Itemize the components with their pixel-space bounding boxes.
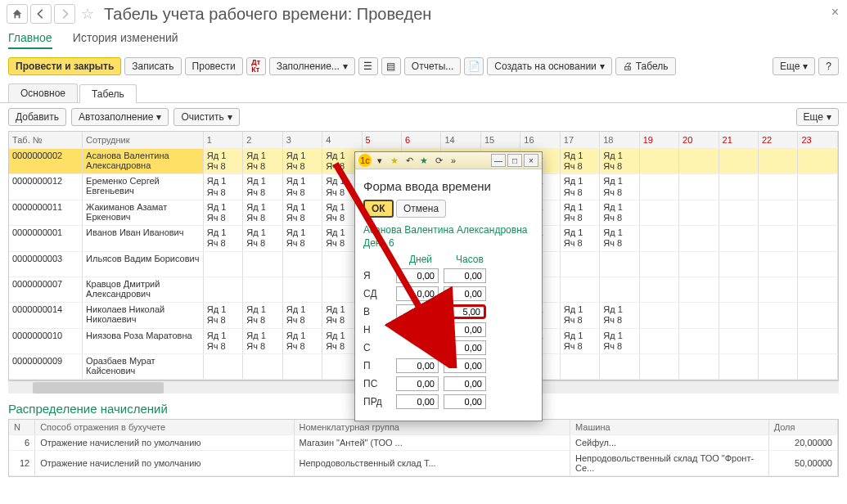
- hours-input[interactable]: [444, 340, 486, 355]
- cell-day[interactable]: Яд 1Яч 8: [600, 149, 639, 174]
- cell-day[interactable]: [758, 354, 797, 380]
- cell-day[interactable]: [243, 354, 282, 380]
- cell-day[interactable]: [679, 226, 719, 251]
- column-header[interactable]: 16: [520, 132, 560, 149]
- tab-main[interactable]: Главное: [8, 31, 52, 49]
- column-header[interactable]: 1: [203, 132, 242, 149]
- cell-day[interactable]: [758, 200, 797, 225]
- hours-input[interactable]: [444, 376, 486, 391]
- column-header[interactable]: Способ отражения в бухучете: [35, 420, 294, 435]
- cell-employee[interactable]: Кравцов Дмитрий Александрович: [83, 277, 204, 302]
- cell[interactable]: Сейфул...: [570, 435, 769, 451]
- days-input[interactable]: [396, 376, 439, 391]
- tabel-print-button[interactable]: 🖨 Табель: [615, 57, 676, 75]
- cell-day[interactable]: [560, 277, 599, 302]
- cell-day[interactable]: [758, 226, 797, 251]
- cell-day[interactable]: Яд 1Яч 8: [243, 200, 282, 225]
- subtab-tabel[interactable]: Табель: [79, 84, 137, 103]
- cell-employee[interactable]: Жакиманов Азамат Еркенович: [83, 200, 204, 225]
- column-header[interactable]: 19: [639, 132, 678, 149]
- toolbar-icon-2[interactable]: ▤: [381, 57, 401, 75]
- dialog-person[interactable]: Асанова Валентина Александровна: [363, 224, 534, 236]
- cell-day[interactable]: Яд 1Яч 8: [282, 303, 322, 328]
- cell[interactable]: Магазин "Антей" (ТОО ...: [294, 435, 570, 451]
- cell-day[interactable]: Яд 1Яч 8: [560, 303, 599, 328]
- toolbar-icon-1[interactable]: ☰: [358, 57, 378, 75]
- toolbar-icon-3[interactable]: 📄: [464, 57, 484, 75]
- cell-day[interactable]: [639, 303, 678, 328]
- column-header[interactable]: Доля: [768, 420, 837, 435]
- column-header[interactable]: 4: [322, 132, 362, 149]
- cell-day[interactable]: Яд 1Яч 8: [600, 174, 639, 200]
- cell-day[interactable]: [719, 200, 758, 225]
- column-header[interactable]: Таб. №: [9, 132, 83, 149]
- cell-day[interactable]: [282, 251, 322, 277]
- cell-day[interactable]: [719, 303, 758, 328]
- cell-day[interactable]: [798, 354, 838, 380]
- cell-day[interactable]: [679, 354, 719, 380]
- cell-day[interactable]: Яд 1Яч 8: [560, 149, 599, 174]
- cancel-button[interactable]: Отмена: [396, 200, 446, 218]
- close-icon[interactable]: ×: [831, 5, 839, 20]
- cell[interactable]: 20,00000: [768, 435, 837, 451]
- more-button-2[interactable]: Еще ▾: [796, 108, 839, 126]
- debit-credit-icon[interactable]: ДтКт: [246, 57, 266, 75]
- cell-tabno[interactable]: 0000000001: [9, 226, 83, 251]
- hours-input[interactable]: [444, 268, 486, 283]
- column-header[interactable]: 17: [560, 132, 599, 149]
- cell-day[interactable]: [798, 174, 838, 200]
- days-input[interactable]: [396, 358, 439, 373]
- cell-day[interactable]: Яд 1Яч 8: [243, 328, 282, 353]
- column-header[interactable]: Машина: [570, 420, 769, 435]
- cell-day[interactable]: [679, 149, 719, 174]
- cell-day[interactable]: Яд 1Яч 8: [600, 226, 639, 251]
- more-button[interactable]: Еще ▾: [773, 57, 815, 75]
- cell-day[interactable]: [639, 354, 678, 380]
- cell-day[interactable]: [719, 328, 758, 353]
- cell-day[interactable]: [679, 200, 719, 225]
- cell-employee[interactable]: Еременко Сергей Евгеньевич: [83, 174, 204, 200]
- cell-day[interactable]: [719, 226, 758, 251]
- cell[interactable]: Непродовольственный склад Т...: [294, 451, 570, 476]
- cell-day[interactable]: Яд 1Яч 8: [243, 149, 282, 174]
- cell-day[interactable]: Яд 1Яч 8: [282, 174, 322, 200]
- subtab-main[interactable]: Основное: [8, 83, 78, 102]
- hours-input[interactable]: [444, 286, 486, 301]
- create-based-button[interactable]: Создать на основании ▾: [487, 57, 612, 75]
- cell-day[interactable]: [639, 200, 678, 225]
- cell-employee[interactable]: Иванов Иван Иванович: [83, 226, 204, 251]
- minimize-icon[interactable]: —: [491, 154, 506, 167]
- post-button[interactable]: Провести: [185, 57, 243, 75]
- tab-history[interactable]: История изменений: [73, 31, 178, 44]
- cell-day[interactable]: Яд 1Яч 8: [243, 303, 282, 328]
- cell-day[interactable]: [639, 149, 678, 174]
- ok-button[interactable]: ОК: [363, 200, 394, 218]
- cell-day[interactable]: Яд 1Яч 8: [282, 200, 322, 225]
- column-header[interactable]: Номенклатурная группа: [294, 420, 570, 435]
- cell-day[interactable]: [560, 354, 599, 380]
- column-header[interactable]: 18: [600, 132, 639, 149]
- add-button[interactable]: Добавить: [8, 108, 66, 126]
- dialog-titlebar[interactable]: 1c ▾ ★ ↶ ★ ⟳ » — □ ×: [355, 152, 542, 169]
- column-header[interactable]: 6: [402, 132, 441, 149]
- cell-tabno[interactable]: 0000000012: [9, 174, 83, 200]
- cell-day[interactable]: Яд 1Яч 8: [203, 328, 242, 353]
- cell-day[interactable]: [798, 200, 838, 225]
- autofill-button[interactable]: Автозаполнение ▾: [71, 108, 169, 126]
- cell-tabno[interactable]: 0000000009: [9, 354, 83, 380]
- cell[interactable]: 12: [9, 451, 35, 476]
- cell-day[interactable]: [758, 303, 797, 328]
- cell-day[interactable]: [798, 251, 838, 277]
- cell-day[interactable]: [639, 277, 678, 302]
- cell-day[interactable]: Яд 1Яч 8: [203, 149, 242, 174]
- back-button[interactable]: [30, 4, 52, 24]
- column-header[interactable]: 22: [758, 132, 797, 149]
- star-icon[interactable]: ★: [388, 154, 401, 167]
- column-header[interactable]: Сотрудник: [83, 132, 204, 149]
- forward-button[interactable]: [54, 4, 75, 24]
- cell-day[interactable]: [639, 328, 678, 353]
- dialog-day[interactable]: День 6: [363, 237, 534, 249]
- column-header[interactable]: N: [9, 420, 35, 435]
- dropdown-icon[interactable]: ▾: [373, 154, 386, 167]
- cell-day[interactable]: [758, 174, 797, 200]
